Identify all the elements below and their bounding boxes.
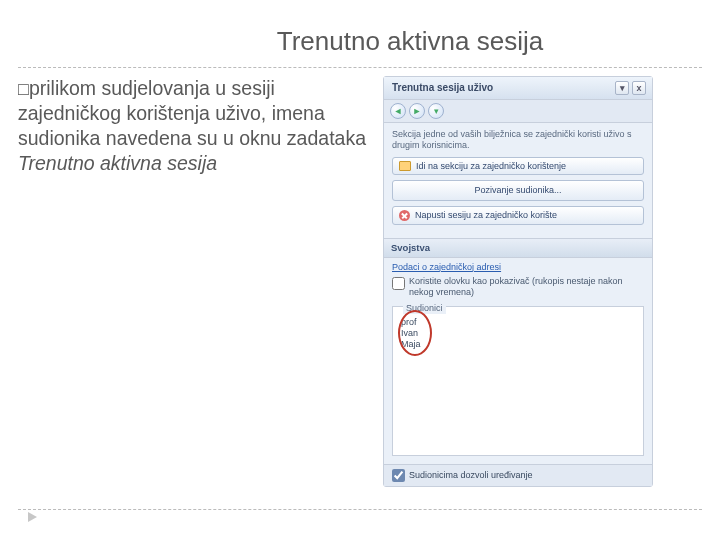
bullet-italic: Trenutno aktivna sesija	[18, 152, 217, 174]
pane-nav: ◄ ► ▾	[384, 100, 652, 123]
pane-header: Trenutna sesija uživo ▾ x	[384, 77, 652, 100]
nav-back-icon[interactable]: ◄	[390, 103, 406, 119]
slide-title: Trenutno aktivna sesija	[0, 0, 720, 67]
participants-list: prof Ivan Maja	[393, 307, 643, 355]
close-icon[interactable]: x	[632, 81, 646, 95]
section-icon	[399, 161, 411, 171]
pane-description: Sekcija jedne od vaših bilježnica se zaj…	[392, 129, 644, 151]
pane-body: Sekcija jedne od vaših bilježnica se zaj…	[384, 123, 652, 238]
participant-item: Maja	[401, 339, 635, 350]
allow-edit-label: Sudionicima dozvoli uređivanje	[409, 470, 533, 481]
share-info-link[interactable]: Podaci o zajedničkoj adresi	[384, 258, 652, 275]
go-to-section-label: Idi na sekciju za zajedničko korištenje	[416, 161, 566, 172]
participant-item: prof	[401, 317, 635, 328]
pane-dropdown-icon[interactable]: ▾	[615, 81, 629, 95]
pane-title: Trenutna sesija uživo	[392, 82, 493, 94]
bullet-mark: □	[18, 79, 29, 99]
participants-label: Sudionici	[403, 303, 446, 314]
allow-edit-row[interactable]: Sudionicima dozvoli uređivanje	[384, 464, 652, 486]
pointer-checkbox-label: Koristite olovku kao pokazivač (rukopis …	[409, 276, 644, 298]
leave-session-button[interactable]: Napusti sesiju za zajedničko korište	[392, 206, 644, 225]
nav-fwd-icon[interactable]: ►	[409, 103, 425, 119]
divider-bottom	[18, 509, 702, 510]
content-row: □prilikom sudjelovanja u sesiji zajednič…	[0, 68, 720, 487]
slide-marker-icon	[28, 512, 37, 522]
leave-session-label: Napusti sesiju za zajedničko korište	[415, 210, 557, 221]
bullet-text: □prilikom sudjelovanja u sesiji zajednič…	[18, 76, 383, 487]
task-pane: Trenutna sesija uživo ▾ x ◄ ► ▾ Sekcija …	[383, 76, 653, 487]
pointer-checkbox-row[interactable]: Koristite olovku kao pokazivač (rukopis …	[384, 274, 652, 300]
task-pane-screenshot: Trenutna sesija uživo ▾ x ◄ ► ▾ Sekcija …	[383, 76, 683, 487]
invite-participants-button[interactable]: Pozivanje sudionika...	[392, 180, 644, 201]
participant-item: Ivan	[401, 328, 635, 339]
bullet-lead: prilikom	[29, 77, 102, 99]
invite-participants-label: Pozivanje sudionika...	[474, 185, 561, 196]
go-to-section-button[interactable]: Idi na sekciju za zajedničko korištenje	[392, 157, 644, 176]
pointer-checkbox[interactable]	[392, 277, 405, 290]
allow-edit-checkbox[interactable]	[392, 469, 405, 482]
leave-icon	[399, 210, 410, 221]
participants-box: Sudionici prof Ivan Maja	[392, 306, 644, 456]
nav-home-icon[interactable]: ▾	[428, 103, 444, 119]
properties-header: Svojstva	[384, 238, 652, 257]
